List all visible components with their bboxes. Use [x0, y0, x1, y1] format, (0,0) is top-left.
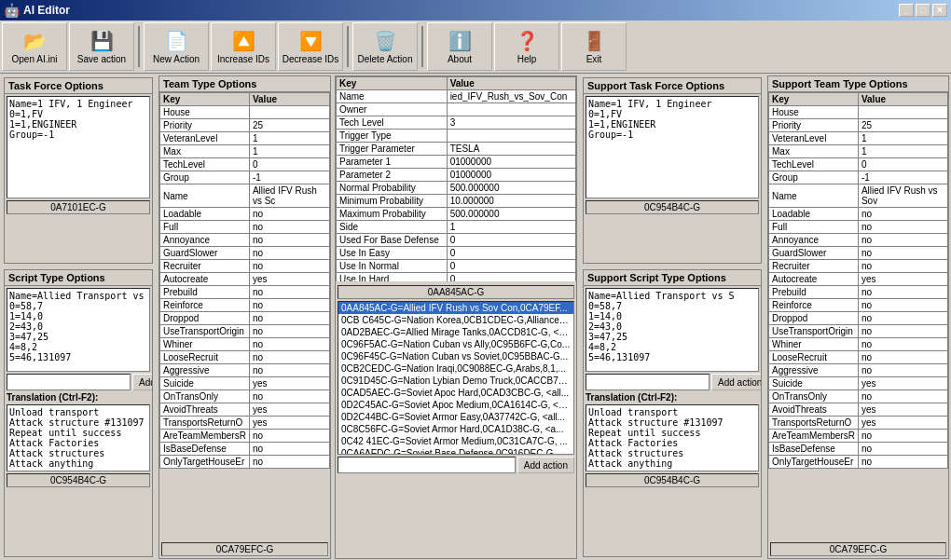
table-row[interactable]: Reinforceno: [160, 299, 330, 312]
list-item[interactable]: 0D2C45AC-G=Soviet Apoc Medium,0CA1614C-G…: [338, 399, 573, 411]
table-row[interactable]: OnTransOnlyno: [160, 390, 330, 403]
table-row[interactable]: LooseRecruitno: [160, 351, 330, 364]
table-row[interactable]: Group-1: [769, 171, 948, 184]
table-row[interactable]: Normal Probability500.000000: [337, 182, 576, 195]
table-row[interactable]: IsBaseDefenseno: [160, 443, 330, 456]
table-row[interactable]: VeteranLevel1: [160, 132, 330, 145]
table-row[interactable]: Fullno: [769, 221, 948, 234]
table-row[interactable]: Loadableno: [769, 208, 948, 221]
table-row[interactable]: AvoidThreatsyes: [160, 403, 330, 417]
trigger-list[interactable]: 0AA845AC-G=Allied IFV Rush vs Sov Con,0C…: [338, 301, 574, 455]
table-row[interactable]: UseTransportOriginno: [160, 325, 330, 338]
list-item[interactable]: 0C8C56FC-G=Soviet Armor Hard,0CA1D38C-G,…: [338, 423, 573, 435]
table-row[interactable]: GuardSlowerno: [160, 247, 330, 260]
increase-ids-button[interactable]: 🔼 Increase IDs: [211, 22, 276, 71]
table-row[interactable]: Tech Level3: [337, 116, 576, 130]
table-row[interactable]: Autocreateyes: [160, 273, 330, 286]
table-row[interactable]: Max1: [160, 145, 330, 158]
table-row[interactable]: TechLevel0: [769, 158, 948, 171]
table-row[interactable]: Nameied_IFV_Rush_vs_Sov_Con: [337, 90, 576, 103]
table-row[interactable]: OnlyTargetHouseErno: [160, 456, 330, 469]
table-row[interactable]: UseTransportOriginno: [769, 325, 948, 338]
table-row[interactable]: Annoyanceno: [769, 234, 948, 247]
table-row[interactable]: AvoidThreatsyes: [769, 403, 948, 417]
table-row[interactable]: GuardSlowerno: [769, 247, 948, 260]
delete-action-button[interactable]: 🗑️ Delete Action: [352, 22, 418, 71]
table-row[interactable]: Loadableno: [160, 208, 330, 221]
table-row[interactable]: Owner: [337, 103, 576, 116]
table-row[interactable]: VeteranLevel1: [769, 132, 948, 145]
table-row[interactable]: Minimum Probability10.000000: [337, 195, 576, 208]
table-row[interactable]: Parameter 201000000: [337, 169, 576, 182]
table-row[interactable]: OnlyTargetHouseErno: [769, 456, 948, 469]
table-row[interactable]: Side1: [337, 221, 576, 234]
help-button[interactable]: ❓ Help: [494, 22, 559, 71]
table-row[interactable]: Droppodno: [160, 312, 330, 325]
save-action-button[interactable]: 💾 Save action: [69, 22, 134, 71]
support-script-add-action-button[interactable]: Add action: [711, 374, 761, 390]
table-row[interactable]: Autocreateyes: [769, 273, 948, 286]
table-row[interactable]: Use In Normal0: [337, 260, 576, 273]
list-item[interactable]: 0D2C44BC-G=Soviet Armor Easy,0A37742C-G,…: [338, 411, 573, 423]
maximize-button[interactable]: □: [916, 4, 930, 17]
minimize-button[interactable]: _: [899, 4, 914, 17]
table-row[interactable]: Aggressiveno: [160, 364, 330, 377]
list-item[interactable]: 0CA6AEDC-G=Soviet Base Defense,0C916DEC-…: [338, 447, 573, 455]
script-add-action-button[interactable]: Add action: [132, 374, 152, 390]
table-row[interactable]: Recruiterno: [769, 260, 948, 273]
table-row[interactable]: Trigger Type: [337, 130, 576, 143]
list-item[interactable]: 0C96F45C-G=Nation Cuban vs Soviet,0C95BB…: [338, 350, 573, 362]
list-item[interactable]: 0C96F5AC-G=Nation Cuban vs Ally,0C95B6FC…: [338, 338, 573, 350]
table-row[interactable]: Use In Hard0: [337, 273, 576, 282]
list-item[interactable]: 0AA845AC-G=Allied IFV Rush vs Sov Con,0C…: [338, 302, 573, 314]
table-row[interactable]: Maximum Probability500.000000: [337, 208, 576, 221]
list-item[interactable]: 0CB2CEDC-G=Nation Iraqi,0C9088EC-G,Arabs…: [338, 362, 573, 375]
table-row[interactable]: AreTeamMembersRno: [160, 430, 330, 443]
new-action-button[interactable]: 📄 New Action: [144, 22, 209, 71]
table-row[interactable]: Max1: [769, 145, 948, 158]
table-row[interactable]: AreTeamMembersRno: [769, 430, 948, 443]
table-row[interactable]: House: [160, 106, 330, 119]
table-row[interactable]: Use In Easy0: [337, 247, 576, 260]
table-row[interactable]: Recruiterno: [160, 260, 330, 273]
close-button[interactable]: ✕: [932, 4, 947, 17]
table-row[interactable]: LooseRecruitno: [769, 351, 948, 364]
table-row[interactable]: TechLevel0: [160, 158, 330, 171]
table-row[interactable]: Annoyanceno: [160, 234, 330, 247]
table-row[interactable]: Droppodno: [769, 312, 948, 325]
table-row[interactable]: Reinforceno: [769, 299, 948, 312]
table-row[interactable]: TransportsReturnOyes: [769, 417, 948, 430]
table-row[interactable]: Fullno: [160, 221, 330, 234]
table-row[interactable]: Suicideyes: [160, 377, 330, 390]
table-row[interactable]: Priority25: [769, 119, 948, 132]
table-row[interactable]: Aggressiveno: [769, 364, 948, 377]
table-row[interactable]: NameAllied IFV Rush vs Sc: [160, 184, 330, 208]
table-row[interactable]: TransportsReturnOyes: [160, 417, 330, 430]
trigger-combo[interactable]: [338, 457, 516, 473]
list-item[interactable]: 0AD2BAEC-G=Allied Mirage Tanks,0ACCD81C-…: [338, 326, 573, 338]
script-combo[interactable]: [7, 374, 131, 390]
table-row[interactable]: Suicideyes: [769, 377, 948, 390]
table-row[interactable]: OnTransOnlyno: [769, 390, 948, 403]
table-row[interactable]: Prebuildno: [769, 286, 948, 299]
list-item[interactable]: 0C42 41EC-G=Soviet Armor Medium,0C31CA7C…: [338, 435, 573, 447]
list-item[interactable]: 0CAD5AEC-G=Soviet Apoc Hard,0CAD3CBC-G, …: [338, 387, 573, 399]
about-button[interactable]: ℹ️ About: [427, 22, 492, 71]
exit-button[interactable]: 🚪 Exit: [561, 22, 627, 71]
table-row[interactable]: Trigger ParameterTESLA: [337, 143, 576, 156]
table-row[interactable]: IsBaseDefenseno: [769, 443, 948, 456]
table-row[interactable]: Prebuildno: [160, 286, 330, 299]
table-row[interactable]: Group-1: [160, 171, 330, 184]
decrease-ids-button[interactable]: 🔽 Decrease IDs: [278, 22, 343, 71]
table-row[interactable]: Whinerno: [769, 338, 948, 351]
table-row[interactable]: Whinerno: [160, 338, 330, 351]
table-row[interactable]: House: [769, 106, 948, 119]
trigger-add-action-button[interactable]: Add action: [517, 457, 574, 473]
table-row[interactable]: Used For Base Defense0: [337, 234, 576, 247]
table-row[interactable]: Priority25: [160, 119, 330, 132]
list-item[interactable]: 0C91D45C-G=Nation Lybian Demo Truck,0CAC…: [338, 375, 573, 387]
table-row[interactable]: NameAllied IFV Rush vs Sov: [769, 184, 948, 208]
table-row[interactable]: Parameter 101000000: [337, 156, 576, 169]
list-item[interactable]: 0CB C645C-G=Nation Korea,0CB1CDEC-G,Alli…: [338, 314, 573, 326]
support-script-combo[interactable]: [586, 374, 710, 390]
